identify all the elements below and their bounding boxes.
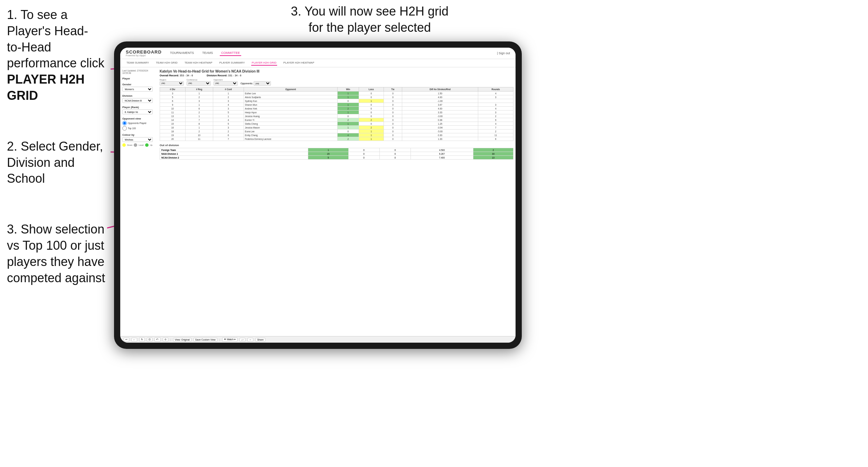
cell-win: 1 xyxy=(338,103,359,107)
table-row: 14 7 4 Eunice Yi 2 2 0 0.38 9 xyxy=(160,118,513,122)
sub-nav-team-summary[interactable]: TEAM SUMMARY xyxy=(126,60,150,66)
opponent-filter-select[interactable]: (All) xyxy=(214,81,238,86)
table-row: 3 1 1 Esther Lee 1 0 0 1.50 4 xyxy=(160,92,513,95)
cell-reg: 2 xyxy=(185,95,213,99)
sub-nav-team-h2h-grid[interactable]: TEAM H2H GRID xyxy=(155,60,178,66)
cell-div: 20 xyxy=(160,137,186,141)
out-table-body: Foreign Team 1 0 0 4.500 2 NAIA Division… xyxy=(160,148,513,160)
cell-diff: 0.38 xyxy=(402,118,478,122)
overall-record: Overall Record: 353 - 34 - 6 xyxy=(160,74,193,77)
cell-diff: -1.00 xyxy=(402,99,478,103)
cell-rounds: 3 xyxy=(478,111,513,114)
gender-select[interactable]: Women's xyxy=(122,87,153,92)
toolbar-circle[interactable]: ⊙ xyxy=(163,337,168,342)
sub-nav-player-h2h-grid[interactable]: PLAYER H2H GRID xyxy=(251,60,277,66)
sign-out-link[interactable]: Sign out xyxy=(499,51,510,55)
nav-tournaments[interactable]: TOURNAMENTS xyxy=(169,50,195,56)
col-reg: # Reg xyxy=(185,87,213,92)
table-row: 19 10 6 Emily Chang 4 1 0 0.30 11 xyxy=(160,133,513,137)
toolbar-expand[interactable]: ↔ xyxy=(247,338,253,342)
cell-reg: 3 xyxy=(185,99,213,103)
toolbar-back[interactable]: ← xyxy=(131,338,137,342)
logo-scoreboard: SCOREBOARD xyxy=(126,50,162,54)
colour-label: Colour by xyxy=(122,133,157,136)
cell-loss: 2 xyxy=(359,118,384,122)
toolbar-share[interactable]: Share xyxy=(255,338,265,342)
cell-tie: 0 xyxy=(384,118,402,122)
player-rank-section: Player (Rank) 8. Katelyn Vo xyxy=(122,106,157,114)
colour-section: Colour by Win/loss Down Level Up xyxy=(122,133,157,147)
toolbar-save-custom[interactable]: Save Custom View xyxy=(194,338,217,342)
out-diff: 9.267 xyxy=(411,152,473,156)
nav-committee[interactable]: COMMITTEE xyxy=(220,50,241,56)
player-h2h-table: # Div # Reg # Conf Opponent Win Loss Tie… xyxy=(160,87,513,141)
nav-teams[interactable]: TEAMS xyxy=(201,50,214,56)
toolbar-watch[interactable]: 👁 Watch ▾ xyxy=(222,337,237,342)
cell-opponent: Eunice Yi xyxy=(244,118,337,122)
cell-div: 15 xyxy=(160,122,186,126)
step2-line2: Division and xyxy=(7,155,75,170)
tablet-frame: SCOREBOARD Powered by clippd TOURNAMENTS… xyxy=(114,41,522,349)
radio-opponents-played-input[interactable] xyxy=(122,121,127,125)
toolbar-refresh[interactable]: ↶· xyxy=(154,337,161,342)
radio-opponents-played[interactable]: Opponents Played xyxy=(122,121,157,125)
cell-opponent: Jessica Mason xyxy=(244,126,337,130)
sub-nav-team-h2h-heatmap[interactable]: TEAM H2H HEATMAP xyxy=(184,60,213,66)
cell-rounds xyxy=(478,99,513,103)
cell-loss: 0 xyxy=(359,122,384,126)
step1-line2: to-Head performance click xyxy=(7,40,104,70)
region-filter-label: Region xyxy=(160,79,184,81)
out-rounds: 10 xyxy=(473,156,513,160)
sidebar-timestamp: Last Updated: 27/03/2024 16:55:38 xyxy=(122,69,157,74)
division-select[interactable]: NCAA Division III xyxy=(122,98,153,103)
toolbar-sep1: | xyxy=(170,339,171,341)
sub-nav: TEAM SUMMARY TEAM H2H GRID TEAM H2H HEAT… xyxy=(120,59,516,67)
toolbar-undo[interactable]: ↩ xyxy=(124,337,129,342)
col-opponent: Opponent xyxy=(244,87,337,92)
conference-filter-select[interactable]: (All) xyxy=(187,81,211,86)
cell-win: 4 xyxy=(338,133,359,137)
cell-loss: 0 xyxy=(359,103,384,107)
filters-row: Region (All) Conference (All) Opponent (… xyxy=(160,78,513,86)
col-win: Win xyxy=(338,87,359,92)
toolbar-grid-icon[interactable]: ⊡ xyxy=(147,337,152,342)
cell-conf: 1 xyxy=(213,114,244,118)
cell-loss: 1 xyxy=(359,99,384,103)
cell-opponent: Andrea York xyxy=(244,107,337,111)
cell-diff: 1.50 xyxy=(402,92,478,95)
cell-conf: 3 xyxy=(213,126,244,130)
cell-win: 1 xyxy=(338,111,359,114)
cell-win: 1 xyxy=(338,126,359,130)
table-row: 10 6 3 Andrea York 2 0 0 4.00 4 xyxy=(160,107,513,111)
opponents-filter-label-row: Opponents: (All) xyxy=(240,81,271,86)
radio-top100-input[interactable] xyxy=(122,126,127,131)
timestamp-line2: 16:55:38 xyxy=(122,72,131,74)
sub-nav-player-summary[interactable]: PLAYER SUMMARY xyxy=(219,60,246,66)
cell-reg: 1 xyxy=(185,92,213,95)
cell-conf: 5 xyxy=(213,111,244,114)
toolbar-view-original[interactable]: View: Original xyxy=(173,338,191,342)
toolbar-download[interactable]: ↓↑ xyxy=(239,338,245,342)
colour-select[interactable]: Win/loss xyxy=(122,137,153,142)
sub-nav-player-h2h-heatmap[interactable]: PLAYER H2H HEATMAP xyxy=(283,60,315,66)
cell-diff: 4.00 xyxy=(402,95,478,99)
out-table-row: Foreign Team 1 0 0 4.500 2 xyxy=(160,148,513,152)
cell-conf: 1 xyxy=(213,92,244,95)
grid-title: Katelyn Vo Head-to-Head Grid for Women's… xyxy=(160,69,513,73)
col-rounds: Rounds xyxy=(478,87,513,92)
colour-up-label: Up xyxy=(150,144,153,146)
cell-win: 1 xyxy=(338,95,359,99)
toolbar-redo[interactable]: ↻ xyxy=(139,337,145,342)
out-team-name: NAIA Division 1 xyxy=(160,152,308,156)
division-section: Division NCAA Division III xyxy=(122,94,157,103)
colour-down-label: Down xyxy=(127,144,132,146)
tablet-container: SCOREBOARD Powered by clippd TOURNAMENTS… xyxy=(114,41,522,349)
cell-opponent: Euna Lee xyxy=(244,130,337,133)
region-filter-select[interactable]: (All) xyxy=(160,81,184,86)
radio-top100[interactable]: Top 100 xyxy=(122,126,157,131)
opponents-select[interactable]: (All) xyxy=(254,81,271,86)
table-row: 5 2 2 Alexis Sudjianto 1 0 0 4.00 3 xyxy=(160,95,513,99)
player-rank-select[interactable]: 8. Katelyn Vo xyxy=(122,109,153,114)
cell-rounds: 7 xyxy=(478,126,513,130)
cell-reg: 11 xyxy=(185,137,213,141)
